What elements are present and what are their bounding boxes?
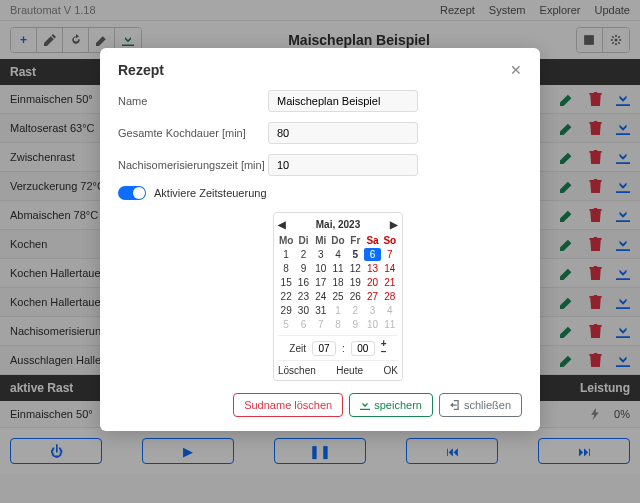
day-cell[interactable]: 3 [364, 304, 380, 317]
time-label: Zeit [289, 343, 306, 354]
iso-label: Nachisomerisierungszeit [min] [118, 159, 268, 171]
calendar-grid: MoDiMiDoFrSaSo12345678910111213141516171… [278, 234, 398, 331]
minute-input[interactable] [351, 341, 375, 356]
modal-title: Rezept [118, 62, 164, 78]
day-cell[interactable]: 9 [347, 318, 363, 331]
exit-icon [450, 400, 460, 410]
name-input[interactable] [268, 90, 418, 112]
close-button[interactable]: schließen [439, 393, 522, 417]
day-cell[interactable]: 2 [347, 304, 363, 317]
day-cell[interactable]: 28 [382, 290, 398, 303]
day-cell[interactable]: 19 [347, 276, 363, 289]
day-cell[interactable]: 8 [278, 262, 294, 275]
day-cell[interactable]: 27 [364, 290, 380, 303]
day-cell[interactable]: 6 [364, 248, 380, 261]
day-cell[interactable]: 31 [313, 304, 329, 317]
day-cell[interactable]: 18 [330, 276, 346, 289]
day-cell[interactable]: 23 [295, 290, 311, 303]
download-icon [360, 400, 370, 410]
save-button[interactable]: speichern [349, 393, 433, 417]
day-cell[interactable]: 21 [382, 276, 398, 289]
day-cell[interactable]: 14 [382, 262, 398, 275]
name-label: Name [118, 95, 268, 107]
day-cell[interactable]: 17 [313, 276, 329, 289]
day-cell[interactable]: 15 [278, 276, 294, 289]
day-cell[interactable]: 8 [330, 318, 346, 331]
day-cell[interactable]: 9 [295, 262, 311, 275]
toggle-label: Aktiviere Zeitsteuerung [154, 187, 267, 199]
row-toggle: Aktiviere Zeitsteuerung [118, 186, 522, 200]
modal-backdrop: Rezept ✕ Name Gesamte Kochdauer [min] Na… [0, 0, 640, 503]
dow-cell: So [382, 234, 398, 247]
cal-prev-icon[interactable]: ◀ [278, 219, 286, 230]
iso-input[interactable] [268, 154, 418, 176]
day-cell[interactable]: 5 [278, 318, 294, 331]
day-cell[interactable]: 22 [278, 290, 294, 303]
dow-cell: Sa [364, 234, 380, 247]
day-cell[interactable]: 7 [313, 318, 329, 331]
day-cell[interactable]: 29 [278, 304, 294, 317]
time-stepper[interactable]: +− [381, 340, 387, 356]
modal-header: Rezept ✕ [118, 62, 522, 78]
day-cell[interactable]: 12 [347, 262, 363, 275]
day-cell[interactable]: 2 [295, 248, 311, 261]
time-row: Zeit : +− [278, 335, 398, 356]
recipe-modal: Rezept ✕ Name Gesamte Kochdauer [min] Na… [100, 48, 540, 431]
modal-footer: Sudname löschen speichern schließen [118, 393, 522, 417]
day-cell[interactable]: 10 [313, 262, 329, 275]
day-cell[interactable]: 1 [278, 248, 294, 261]
cal-foot: Löschen Heute OK [278, 360, 398, 376]
dur-label: Gesamte Kochdauer [min] [118, 127, 268, 139]
row-dur: Gesamte Kochdauer [min] [118, 122, 522, 144]
cal-today[interactable]: Heute [336, 365, 363, 376]
day-cell[interactable]: 20 [364, 276, 380, 289]
cal-title: Mai, 2023 [316, 219, 360, 230]
day-cell[interactable]: 6 [295, 318, 311, 331]
day-cell[interactable]: 1 [330, 304, 346, 317]
day-cell[interactable]: 26 [347, 290, 363, 303]
day-cell[interactable]: 16 [295, 276, 311, 289]
time-toggle[interactable] [118, 186, 146, 200]
day-cell[interactable]: 25 [330, 290, 346, 303]
cal-head: ◀ Mai, 2023 ▶ [278, 217, 398, 234]
day-cell[interactable]: 10 [364, 318, 380, 331]
day-cell[interactable]: 4 [330, 248, 346, 261]
dow-cell: Fr [347, 234, 363, 247]
calendar: ◀ Mai, 2023 ▶ MoDiMiDoFrSaSo123456789101… [273, 212, 403, 381]
day-cell[interactable]: 7 [382, 248, 398, 261]
dow-cell: Mi [313, 234, 329, 247]
cal-ok[interactable]: OK [384, 365, 398, 376]
row-iso: Nachisomerisierungszeit [min] [118, 154, 522, 176]
day-cell[interactable]: 11 [330, 262, 346, 275]
close-icon[interactable]: ✕ [510, 62, 522, 78]
dow-cell: Do [330, 234, 346, 247]
day-cell[interactable]: 5 [347, 248, 363, 261]
day-cell[interactable]: 13 [364, 262, 380, 275]
row-name: Name [118, 90, 522, 112]
cal-clear[interactable]: Löschen [278, 365, 316, 376]
day-cell[interactable]: 30 [295, 304, 311, 317]
day-cell[interactable]: 11 [382, 318, 398, 331]
dow-cell: Mo [278, 234, 294, 247]
hour-input[interactable] [312, 341, 336, 356]
dow-cell: Di [295, 234, 311, 247]
delete-sud-button[interactable]: Sudname löschen [233, 393, 343, 417]
day-cell[interactable]: 3 [313, 248, 329, 261]
day-cell[interactable]: 4 [382, 304, 398, 317]
cal-next-icon[interactable]: ▶ [390, 219, 398, 230]
dur-input[interactable] [268, 122, 418, 144]
day-cell[interactable]: 24 [313, 290, 329, 303]
